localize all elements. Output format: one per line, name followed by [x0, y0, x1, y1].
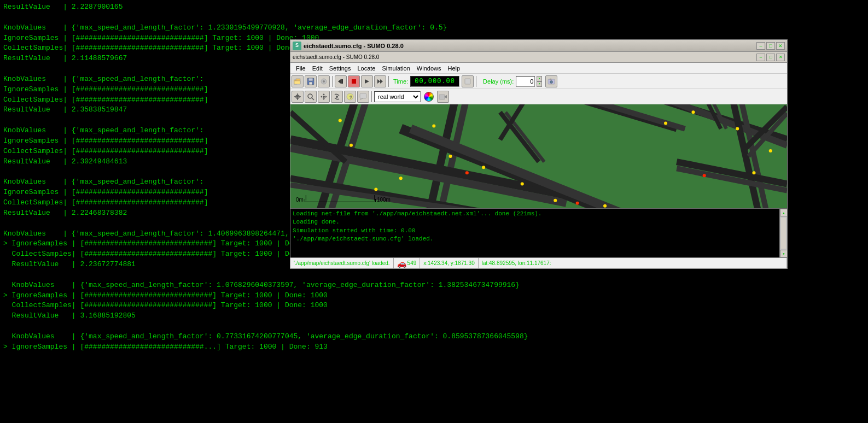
info-button[interactable]: ?: [344, 91, 356, 103]
svg-rect-33: [439, 95, 445, 99]
delay-spinner: ▴ ▾: [537, 76, 542, 87]
status-file-text: './app/map/eichstaedt.sumo.cfg' loaded.: [294, 260, 390, 266]
menu-settings[interactable]: Settings: [326, 63, 354, 73]
log-line-3: Simulation started with time: 0.00: [293, 227, 785, 235]
svg-marker-32: [360, 98, 363, 100]
config-button[interactable]: [318, 75, 330, 87]
rotate-button[interactable]: [331, 91, 343, 103]
svg-point-71: [691, 110, 695, 114]
toolbar-separator-1: [332, 76, 333, 87]
delay-spin-up[interactable]: ▴: [537, 76, 542, 81]
status-file: './app/map/eichstaedt.sumo.cfg' loaded.: [290, 258, 394, 268]
camera-button[interactable]: [437, 91, 449, 103]
svg-marker-11: [365, 79, 369, 84]
inner-controls: – □ ✕: [756, 54, 785, 61]
svg-point-16: [550, 80, 553, 83]
toolbar-separator-3: [476, 76, 476, 87]
log-scrollbar: ▴ ▾: [779, 209, 787, 257]
screenshot-button[interactable]: [545, 75, 557, 87]
svg-point-7: [323, 80, 325, 83]
svg-rect-4: [308, 78, 313, 81]
svg-point-70: [664, 121, 667, 125]
log-scroll-thumb[interactable]: [781, 218, 786, 249]
save-button[interactable]: [305, 75, 317, 87]
play-button[interactable]: [374, 75, 386, 87]
map-area[interactable]: 0m | | 100m: [290, 104, 787, 208]
sumo-icon: S: [293, 42, 301, 50]
restore-button[interactable]: □: [766, 42, 775, 50]
inner-close-button[interactable]: ✕: [776, 54, 785, 61]
terminal-line-34: > IgnoreSamples | [#####################…: [3, 342, 865, 352]
zoom-button[interactable]: [305, 91, 317, 103]
close-button[interactable]: ✕: [776, 42, 785, 50]
svg-marker-8: [338, 79, 341, 84]
coordinates-value: x:1423.34, y:1871.30: [423, 260, 474, 266]
time-value: 00,000.00: [415, 78, 455, 85]
menu-locate[interactable]: Locate: [354, 63, 378, 73]
terminal-line-32: [3, 321, 865, 332]
scale-end: 100m: [377, 197, 391, 203]
stop-button[interactable]: [348, 75, 360, 87]
svg-point-73: [752, 171, 755, 174]
menu-file[interactable]: File: [293, 63, 309, 73]
color-wheel[interactable]: [424, 92, 434, 102]
svg-point-77: [465, 171, 469, 174]
time-settings-button[interactable]: [462, 75, 474, 87]
minimize-button[interactable]: –: [756, 42, 765, 50]
terminal-line-29: > IgnoreSamples | [#####################…: [3, 291, 865, 301]
time-label: Time:: [393, 78, 408, 85]
svg-marker-12: [377, 79, 380, 84]
svg-text:?: ?: [349, 95, 352, 101]
menu-windows[interactable]: Windows: [413, 63, 445, 73]
svg-point-69: [603, 204, 607, 208]
open-button[interactable]: [292, 75, 304, 87]
title-bar: S eichstaedt.sumo.cfg - SUMO 0.28.0 – □ …: [290, 40, 787, 52]
status-car-count: 🚗 549: [394, 258, 421, 268]
terminal-line-2: [3, 13, 865, 23]
svg-marker-25: [321, 96, 322, 98]
svg-point-67: [521, 182, 524, 185]
toolbar2-separator: [371, 91, 372, 102]
svg-point-66: [482, 166, 485, 169]
delay-spin-down[interactable]: ▾: [537, 81, 542, 87]
svg-point-79: [703, 174, 706, 177]
view-dropdown[interactable]: real world custom: [374, 91, 421, 102]
svg-marker-24: [323, 98, 325, 100]
terminal-line-30: CollectSamples| [#######################…: [3, 301, 865, 311]
sumo-window: S eichstaedt.sumo.cfg - SUMO 0.28.0 – □ …: [290, 39, 788, 269]
time-display: 00,000.00: [410, 76, 459, 87]
log-scroll-down-button[interactable]: ▾: [780, 250, 787, 257]
move-button[interactable]: [318, 91, 330, 103]
window-controls: – □ ✕: [756, 42, 785, 50]
menu-edit[interactable]: Edit: [309, 63, 326, 73]
delay-input[interactable]: [516, 76, 535, 87]
terminal-line-1: ResultValue | 2.2287900165: [3, 2, 865, 13]
inner-title-text: eichstaedt.sumo.cfg - SUMO 0.28.0: [293, 54, 756, 60]
car-count-value: 549: [407, 260, 417, 266]
inner-restore-button[interactable]: □: [766, 54, 775, 61]
svg-line-22: [312, 98, 314, 100]
svg-point-28: [336, 96, 338, 98]
menu-bar: File Edit Settings Locate Simulation Win…: [290, 63, 787, 74]
log-line-2: Loading done.: [293, 218, 785, 226]
svg-point-62: [339, 119, 342, 122]
svg-rect-9: [341, 79, 343, 84]
svg-point-21: [308, 94, 312, 98]
menu-help[interactable]: Help: [444, 63, 463, 73]
svg-rect-31: [360, 93, 366, 98]
terminal-line-3: KnobValues | {'max_speed_and_length_fact…: [3, 23, 865, 33]
inner-minimize-button[interactable]: –: [756, 54, 765, 61]
crosshair-button[interactable]: [292, 91, 304, 103]
svg-point-74: [769, 149, 772, 152]
svg-marker-23: [323, 93, 325, 95]
menu-simulation[interactable]: Simulation: [378, 63, 413, 73]
chat-button[interactable]: [357, 91, 369, 103]
svg-point-72: [736, 127, 739, 131]
log-scroll-up-button[interactable]: ▴: [780, 209, 787, 216]
road-svg: [290, 104, 787, 208]
rewind-button[interactable]: [335, 75, 347, 87]
status-bar: './app/map/eichstaedt.sumo.cfg' loaded. …: [290, 257, 787, 268]
svg-point-27: [323, 96, 325, 98]
step-button[interactable]: [361, 75, 373, 87]
terminal-line-28: KnobValues | {'max_speed_and_length_fact…: [3, 280, 865, 291]
